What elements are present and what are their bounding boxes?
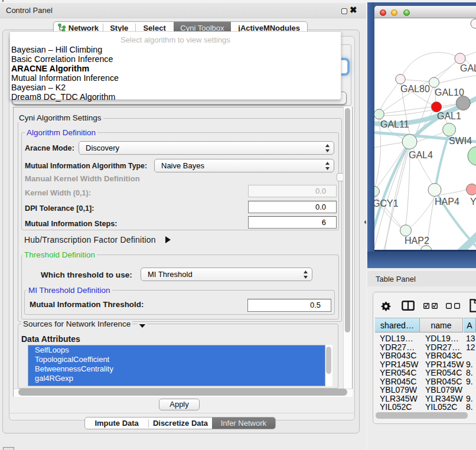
svg-text:GAL80: GAL80 — [400, 84, 430, 94]
svg-text:HAP4: HAP4 — [435, 197, 459, 207]
svg-text:HAP2: HAP2 — [405, 236, 429, 246]
svg-text:SWI4: SWI4 — [449, 136, 472, 146]
svg-text:GAL1: GAL1 — [437, 111, 461, 121]
svg-text:GAL11: GAL11 — [380, 119, 409, 129]
svg-text:GAL2: GAL2 — [460, 63, 476, 73]
svg-text:GAL10: GAL10 — [435, 87, 464, 97]
svg-text:YE: YE — [470, 197, 476, 207]
svg-text:GCY1: GCY1 — [374, 198, 399, 208]
svg-text:GAL4: GAL4 — [409, 150, 433, 160]
